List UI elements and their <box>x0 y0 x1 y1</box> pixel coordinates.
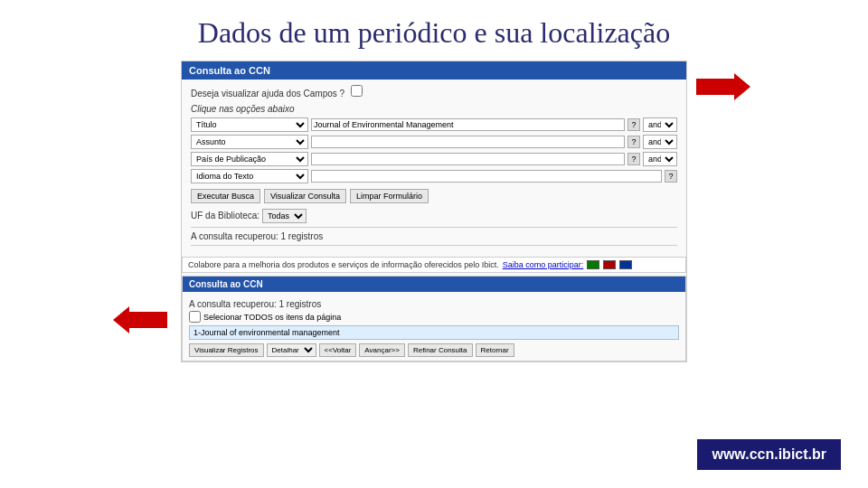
action-buttons: Executar Busca Visualizar Consulta Limpa… <box>191 189 677 203</box>
idioma-input[interactable] <box>311 170 662 183</box>
executar-busca-button[interactable]: Executar Busca <box>191 189 260 203</box>
ccn-header: Consulta ao CCN <box>182 61 686 80</box>
field-select-idioma[interactable]: Idioma do Texto <box>191 169 308 183</box>
help-btn-idioma[interactable]: ? <box>665 170 677 183</box>
field-select-pais[interactable]: País de Publicação <box>191 152 308 166</box>
search-row-assunto: Assunto ? and or not <box>191 135 677 149</box>
ccn-block2: Consulta ao CCN A consulta recuperou: 1 … <box>182 276 686 361</box>
red-arrow-right-icon <box>696 73 750 104</box>
page-title: Dados de um periódico e sua localização <box>0 0 868 61</box>
avancar-button[interactable]: Avançar>> <box>359 343 405 357</box>
search-row-idioma: Idioma do Texto ? <box>191 169 677 183</box>
help-btn-assunto[interactable]: ? <box>627 136 640 148</box>
operator-assunto[interactable]: and or not <box>643 135 677 149</box>
flag-en-icon <box>619 260 632 269</box>
help-btn-titulo[interactable]: ? <box>627 118 640 131</box>
search-row-pais: País de Publicação ? and or not <box>191 152 677 166</box>
search-row-titulo: Título ? and or not <box>191 117 677 132</box>
result-item[interactable]: 1-Journal of environmental management <box>189 325 679 340</box>
uf-select[interactable]: Todas <box>262 209 307 223</box>
visualizar-consulta-button[interactable]: Visualizar Consulta <box>264 189 346 203</box>
pais-input[interactable] <box>311 153 625 165</box>
operator-titulo[interactable]: and or not <box>643 117 677 132</box>
detalhar-select[interactable]: Detalhar <box>267 343 316 357</box>
limpar-formulario-button[interactable]: Limpar Formulário <box>350 189 429 203</box>
flag-pt-icon <box>587 260 599 269</box>
titulo-input[interactable] <box>311 118 625 131</box>
selecionar-row: Selecionar TODOS os itens da página <box>189 311 679 323</box>
ccn-header2: Consulta ao CCN <box>183 277 685 292</box>
selecionar-checkbox[interactable] <box>189 311 201 323</box>
ajuda-row: Deseja visualizar ajuda dos Campos ? <box>191 85 677 99</box>
ajuda-checkbox[interactable] <box>351 85 363 97</box>
red-arrow-left-icon <box>113 306 167 337</box>
assunto-input[interactable] <box>311 136 625 148</box>
ccn2-result-text: A consulta recuperou: 1 registros <box>189 299 679 309</box>
field-select-titulo[interactable]: Título <box>191 117 308 132</box>
uf-row: UF da Biblioteca: Todas <box>191 209 677 223</box>
field-select-assunto[interactable]: Assunto <box>191 135 308 149</box>
visualizar-registros-button[interactable]: Visualizar Registros <box>189 343 264 357</box>
refinar-button[interactable]: Refinar Consulta <box>408 343 473 357</box>
voltar-button[interactable]: <<Voltar <box>319 343 357 357</box>
result-text: A consulta recuperou: 1 registros <box>191 231 677 241</box>
bottom-buttons: Visualizar Registros Detalhar <<Voltar A… <box>189 343 679 357</box>
screenshot-box: Consulta ao CCN Deseja visualizar ajuda … <box>181 61 687 362</box>
clique-label: Clique nas opções abaixo <box>191 104 677 114</box>
colabore-bar: Colabore para a melhoria dos produtos e … <box>182 257 686 273</box>
help-btn-pais[interactable]: ? <box>627 153 640 165</box>
flag-es-icon <box>603 260 616 269</box>
operator-pais[interactable]: and or not <box>643 152 677 166</box>
retornar-button[interactable]: Retornar <box>476 343 514 357</box>
website-badge: www.ccn.ibict.br <box>697 439 841 470</box>
